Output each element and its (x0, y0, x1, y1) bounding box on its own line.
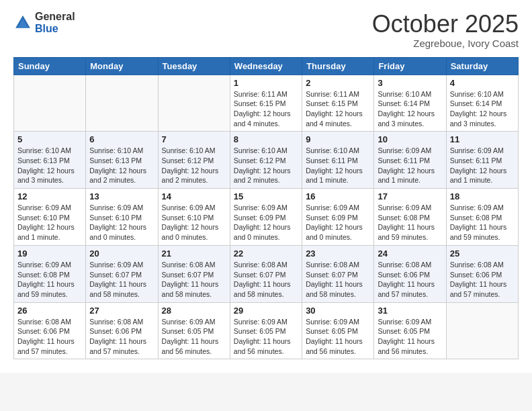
table-row (86, 75, 158, 132)
day-info: Sunrise: 6:10 AM Sunset: 6:13 PM Dayligh… (17, 146, 82, 185)
weekday-header-row: Sunday Monday Tuesday Wednesday Thursday… (14, 57, 519, 75)
table-row: 7Sunrise: 6:10 AM Sunset: 6:12 PM Daylig… (158, 132, 230, 189)
day-info: Sunrise: 6:08 AM Sunset: 6:06 PM Dayligh… (450, 260, 515, 300)
day-number: 14 (162, 191, 226, 201)
header-friday: Friday (374, 57, 446, 75)
day-number: 12 (17, 191, 82, 201)
day-number: 8 (234, 134, 298, 144)
logo-blue-text: Blue (35, 23, 75, 35)
header-saturday: Saturday (446, 57, 518, 75)
day-number: 23 (306, 248, 370, 259)
table-row: 27Sunrise: 6:08 AM Sunset: 6:06 PM Dayli… (86, 302, 158, 359)
header-tuesday: Tuesday (158, 57, 230, 75)
day-info: Sunrise: 6:09 AM Sunset: 6:08 PM Dayligh… (450, 203, 515, 242)
day-number: 26 (17, 306, 82, 316)
calendar-week-row: 26Sunrise: 6:08 AM Sunset: 6:06 PM Dayli… (14, 302, 519, 359)
day-info: Sunrise: 6:09 AM Sunset: 6:05 PM Dayligh… (162, 317, 226, 357)
day-number: 22 (234, 248, 298, 259)
day-info: Sunrise: 6:09 AM Sunset: 6:11 PM Dayligh… (450, 146, 515, 185)
day-info: Sunrise: 6:09 AM Sunset: 6:10 PM Dayligh… (162, 203, 226, 242)
day-info: Sunrise: 6:09 AM Sunset: 6:10 PM Dayligh… (89, 203, 154, 242)
day-info: Sunrise: 6:10 AM Sunset: 6:11 PM Dayligh… (306, 146, 370, 185)
table-row: 12Sunrise: 6:09 AM Sunset: 6:10 PM Dayli… (14, 189, 86, 246)
day-info: Sunrise: 6:10 AM Sunset: 6:14 PM Dayligh… (450, 89, 515, 129)
table-row: 14Sunrise: 6:09 AM Sunset: 6:10 PM Dayli… (158, 189, 230, 246)
table-row (158, 75, 230, 132)
day-info: Sunrise: 6:09 AM Sunset: 6:09 PM Dayligh… (234, 203, 298, 242)
day-info: Sunrise: 6:08 AM Sunset: 6:06 PM Dayligh… (17, 317, 82, 357)
day-info: Sunrise: 6:10 AM Sunset: 6:13 PM Dayligh… (89, 146, 154, 185)
location-subtitle: Zegreboue, Ivory Coast (372, 38, 519, 49)
table-row: 28Sunrise: 6:09 AM Sunset: 6:05 PM Dayli… (158, 302, 230, 359)
table-row: 23Sunrise: 6:08 AM Sunset: 6:07 PM Dayli… (302, 245, 374, 302)
page: General Blue October 2025 Zegreboue, Ivo… (0, 0, 532, 373)
header-sunday: Sunday (14, 57, 86, 75)
day-number: 1 (234, 78, 298, 88)
day-number: 6 (89, 134, 154, 144)
day-number: 5 (17, 134, 82, 144)
day-info: Sunrise: 6:10 AM Sunset: 6:14 PM Dayligh… (378, 89, 442, 129)
day-info: Sunrise: 6:09 AM Sunset: 6:05 PM Dayligh… (306, 317, 370, 357)
day-number: 17 (378, 191, 442, 201)
day-info: Sunrise: 6:08 AM Sunset: 6:06 PM Dayligh… (89, 317, 154, 357)
day-number: 29 (234, 306, 298, 316)
day-info: Sunrise: 6:10 AM Sunset: 6:12 PM Dayligh… (162, 146, 226, 185)
day-number: 10 (378, 134, 442, 144)
calendar-week-row: 5Sunrise: 6:10 AM Sunset: 6:13 PM Daylig… (14, 132, 519, 189)
table-row: 17Sunrise: 6:09 AM Sunset: 6:08 PM Dayli… (374, 189, 446, 246)
table-row: 22Sunrise: 6:08 AM Sunset: 6:07 PM Dayli… (230, 245, 302, 302)
table-row: 3Sunrise: 6:10 AM Sunset: 6:14 PM Daylig… (374, 75, 446, 132)
day-number: 20 (89, 248, 154, 259)
table-row: 4Sunrise: 6:10 AM Sunset: 6:14 PM Daylig… (446, 75, 518, 132)
table-row: 1Sunrise: 6:11 AM Sunset: 6:15 PM Daylig… (230, 75, 302, 132)
day-number: 11 (450, 134, 515, 144)
day-number: 2 (306, 78, 370, 88)
calendar-week-row: 19Sunrise: 6:09 AM Sunset: 6:08 PM Dayli… (14, 245, 519, 302)
day-info: Sunrise: 6:09 AM Sunset: 6:07 PM Dayligh… (89, 260, 154, 300)
table-row: 16Sunrise: 6:09 AM Sunset: 6:09 PM Dayli… (302, 189, 374, 246)
header-monday: Monday (86, 57, 158, 75)
day-number: 16 (306, 191, 370, 201)
month-title: October 2025 (372, 11, 519, 38)
day-info: Sunrise: 6:09 AM Sunset: 6:08 PM Dayligh… (17, 260, 82, 300)
day-number: 13 (89, 191, 154, 201)
day-info: Sunrise: 6:10 AM Sunset: 6:12 PM Dayligh… (234, 146, 298, 185)
logo-icon (13, 13, 32, 32)
table-row: 8Sunrise: 6:10 AM Sunset: 6:12 PM Daylig… (230, 132, 302, 189)
day-info: Sunrise: 6:08 AM Sunset: 6:06 PM Dayligh… (378, 260, 442, 300)
logo: General Blue (13, 11, 75, 34)
table-row (446, 302, 518, 359)
table-row: 25Sunrise: 6:08 AM Sunset: 6:06 PM Dayli… (446, 245, 518, 302)
table-row: 31Sunrise: 6:09 AM Sunset: 6:05 PM Dayli… (374, 302, 446, 359)
logo-text: General Blue (35, 11, 75, 34)
day-number: 30 (306, 306, 370, 316)
calendar: Sunday Monday Tuesday Wednesday Thursday… (13, 57, 519, 360)
table-row: 19Sunrise: 6:09 AM Sunset: 6:08 PM Dayli… (14, 245, 86, 302)
day-number: 18 (450, 191, 515, 201)
day-info: Sunrise: 6:09 AM Sunset: 6:09 PM Dayligh… (306, 203, 370, 242)
day-number: 3 (378, 78, 442, 88)
day-info: Sunrise: 6:08 AM Sunset: 6:07 PM Dayligh… (306, 260, 370, 300)
table-row: 11Sunrise: 6:09 AM Sunset: 6:11 PM Dayli… (446, 132, 518, 189)
day-number: 25 (450, 248, 515, 259)
table-row: 18Sunrise: 6:09 AM Sunset: 6:08 PM Dayli… (446, 189, 518, 246)
header: General Blue October 2025 Zegreboue, Ivo… (13, 11, 519, 49)
day-number: 31 (378, 306, 442, 316)
day-number: 27 (89, 306, 154, 316)
day-info: Sunrise: 6:09 AM Sunset: 6:10 PM Dayligh… (17, 203, 82, 242)
logo-general-text: General (35, 11, 75, 23)
table-row: 30Sunrise: 6:09 AM Sunset: 6:05 PM Dayli… (302, 302, 374, 359)
table-row: 6Sunrise: 6:10 AM Sunset: 6:13 PM Daylig… (86, 132, 158, 189)
day-number: 28 (162, 306, 226, 316)
table-row: 15Sunrise: 6:09 AM Sunset: 6:09 PM Dayli… (230, 189, 302, 246)
table-row: 5Sunrise: 6:10 AM Sunset: 6:13 PM Daylig… (14, 132, 86, 189)
table-row: 9Sunrise: 6:10 AM Sunset: 6:11 PM Daylig… (302, 132, 374, 189)
day-number: 7 (162, 134, 226, 144)
day-info: Sunrise: 6:11 AM Sunset: 6:15 PM Dayligh… (306, 89, 370, 129)
title-block: October 2025 Zegreboue, Ivory Coast (372, 11, 519, 49)
day-info: Sunrise: 6:09 AM Sunset: 6:08 PM Dayligh… (378, 203, 442, 242)
day-info: Sunrise: 6:08 AM Sunset: 6:07 PM Dayligh… (234, 260, 298, 300)
day-number: 15 (234, 191, 298, 201)
table-row: 13Sunrise: 6:09 AM Sunset: 6:10 PM Dayli… (86, 189, 158, 246)
header-thursday: Thursday (302, 57, 374, 75)
